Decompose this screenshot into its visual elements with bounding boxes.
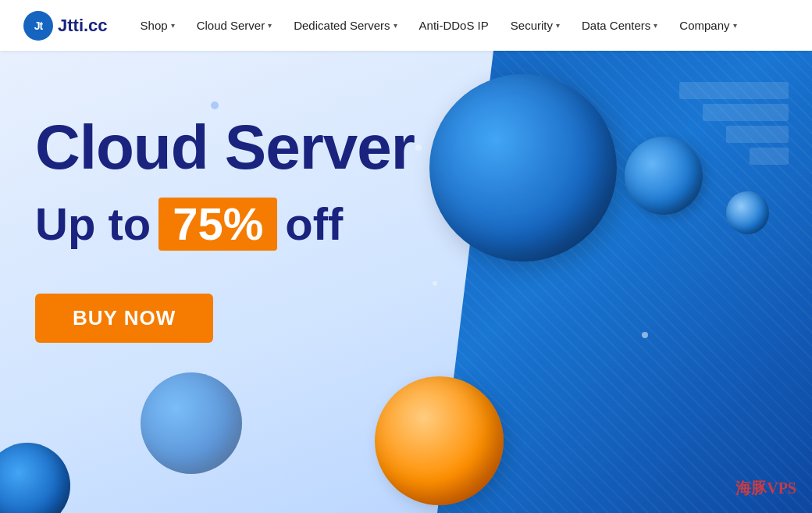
nav-menu: Shop ▾ Cloud Server ▾ Dedicated Servers … [131,12,746,38]
nav-link-shop[interactable]: Shop ▾ [131,12,184,38]
nav-link-data-centers[interactable]: Data Centers ▾ [572,12,667,38]
sphere-blue-medium [141,372,242,474]
nav-link-security[interactable]: Security ▾ [501,12,569,38]
sphere-blue-small [625,137,703,215]
chevron-down-icon: ▾ [556,21,560,30]
chevron-down-icon: ▾ [654,21,657,30]
sphere-blue-tiny [726,191,769,234]
nav-item-cloud-server: Cloud Server ▾ [187,12,282,38]
nav-link-cloud-server[interactable]: Cloud Server ▾ [187,12,282,38]
hero-content: Cloud Server Up to 75% off BUY NOW [35,113,415,343]
sphere-blue-large [429,74,617,262]
chevron-down-icon: ▾ [394,21,397,30]
buy-now-button[interactable]: BUY NOW [35,294,213,343]
chevron-down-icon: ▾ [733,21,737,30]
logo-icon: Jt [23,11,53,41]
chevron-down-icon: ▾ [268,21,272,30]
hero-section: Cloud Server Up to 75% off BUY NOW 海豚VPS [0,51,812,513]
chevron-down-icon: ▾ [171,21,175,30]
sphere-orange [375,376,504,505]
nav-item-shop: Shop ▾ [131,12,184,38]
logo-text: Jtti.cc [58,16,108,36]
hero-discount-badge: 75% [158,198,277,251]
hero-subtitle-prefix: Up to [35,199,151,249]
nav-link-dedicated[interactable]: Dedicated Servers ▾ [284,12,406,38]
hero-title: Cloud Server [35,113,415,182]
logo[interactable]: Jt Jtti.cc [23,11,108,41]
nav-item-dedicated: Dedicated Servers ▾ [284,12,406,38]
nav-item-anti-ddos: Anti-DDoS IP [410,12,498,38]
watermark: 海豚VPS [735,478,796,499]
dot-decoration-4 [211,102,219,109]
nav-link-anti-ddos[interactable]: Anti-DDoS IP [410,12,498,38]
nav-item-security: Security ▾ [501,12,569,38]
dot-decoration-2 [433,281,437,286]
nav-item-data-centers: Data Centers ▾ [572,12,667,38]
dot-decoration-3 [642,332,648,338]
hero-subtitle-suffix: off [285,199,343,249]
dot-decoration-1 [415,144,422,151]
navbar: Jt Jtti.cc Shop ▾ Cloud Server ▾ Dedicat… [0,0,812,51]
nav-link-company[interactable]: Company ▾ [670,12,746,38]
nav-item-company: Company ▾ [670,12,746,38]
hero-subtitle: Up to 75% off [35,198,415,251]
